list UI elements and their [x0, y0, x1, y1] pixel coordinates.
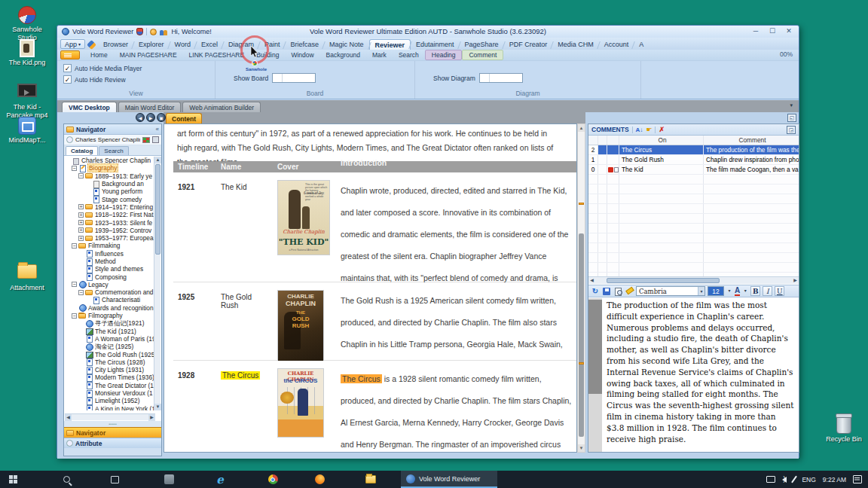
- underline-button[interactable]: U: [775, 286, 784, 296]
- font-size-select[interactable]: 12: [708, 286, 724, 296]
- tree-item[interactable]: The Circus (1928): [65, 358, 155, 366]
- scroll-left-icon[interactable]: ◀: [65, 414, 72, 421]
- comment-row[interactable]: 2The CircusThe production of the film wa…: [588, 145, 799, 155]
- tab-edutainment[interactable]: Edutainment: [411, 39, 460, 50]
- attribute-bar[interactable]: Attribute: [64, 438, 161, 448]
- tree-item[interactable]: +1939–1952: Controv: [65, 227, 155, 234]
- tree-item[interactable]: +1918–1922: First Nat: [65, 211, 155, 218]
- customize-icon[interactable]: [87, 40, 96, 50]
- tree-item[interactable]: Stage comedy: [65, 195, 155, 203]
- app-menu-button[interactable]: App ▾: [60, 39, 85, 49]
- tab-reviewer[interactable]: Reviewer: [369, 39, 411, 50]
- scroll-thumb[interactable]: [607, 278, 720, 283]
- tree-item[interactable]: The Gold Rush (1925: [65, 350, 155, 358]
- comment-empty-row[interactable]: [588, 204, 799, 214]
- tree-horizontal-scrollbar[interactable]: ◀ ▶: [65, 413, 155, 420]
- taskbar-app-gray[interactable]: [158, 471, 179, 488]
- comment-empty-row[interactable]: [588, 224, 799, 233]
- sort-icon[interactable]: A↓: [636, 127, 643, 133]
- titlebar[interactable]: Vole Word Reviewer Hi, Welcome! Vole Wor…: [57, 26, 799, 38]
- catalog-tab-catalog[interactable]: Catalog: [66, 146, 98, 155]
- comment-empty-row[interactable]: [588, 263, 799, 273]
- editor-scrollbar[interactable]: [588, 298, 602, 452]
- comment-empty-row[interactable]: [588, 214, 799, 224]
- comment-empty-row[interactable]: [588, 253, 799, 263]
- tree-item[interactable]: A Woman of Paris (19: [65, 335, 155, 343]
- volume-icon[interactable]: [782, 477, 787, 483]
- expand-node-icon[interactable]: +: [78, 220, 84, 225]
- tree-item[interactable]: −1889–1913: Early ye: [65, 172, 155, 180]
- expand-node-icon[interactable]: +: [78, 227, 84, 233]
- comment-empty-row[interactable]: [588, 185, 799, 194]
- minimize-button[interactable]: ─: [750, 27, 761, 35]
- subtab-background[interactable]: Background: [320, 50, 366, 59]
- tree-item[interactable]: Method: [65, 258, 155, 265]
- font-color-button[interactable]: A: [735, 287, 740, 296]
- recycle-bin[interactable]: Recycle Bin: [820, 416, 868, 444]
- tree-item[interactable]: 淘金记 (1925): [65, 343, 155, 350]
- back-button[interactable]: ◀: [136, 113, 145, 122]
- save-icon[interactable]: [602, 287, 611, 296]
- scroll-thumb[interactable]: [588, 300, 602, 394]
- tree-vertical-scrollbar[interactable]: ▲ ▼: [154, 157, 160, 410]
- active-task-button[interactable]: Vole Word Reviewer: [401, 471, 497, 488]
- tab-media-chm[interactable]: Media CHM: [552, 39, 599, 50]
- tree-item[interactable]: City Lights (1931): [65, 366, 155, 374]
- table-row[interactable]: 1921The KidThis is the great picture upo…: [173, 172, 576, 282]
- tree-item[interactable]: Composing: [65, 273, 155, 280]
- subtab-main-pageshare[interactable]: MAIN PAGESHARE: [114, 50, 183, 59]
- tree-item[interactable]: +1953–1977: Europea: [65, 234, 155, 242]
- comment-empty-row[interactable]: [588, 175, 799, 185]
- subtab-home[interactable]: Home: [84, 50, 114, 59]
- bold-button[interactable]: B: [750, 286, 760, 296]
- tree-item[interactable]: Influences: [65, 250, 155, 258]
- popout-icon[interactable]: ◱: [787, 114, 796, 122]
- desktop-icon-video[interactable]: The Kid - Pancake.mp4: [3, 81, 51, 120]
- preview-icon[interactable]: [613, 287, 622, 296]
- font-family-select[interactable]: Cambria▾: [636, 286, 705, 296]
- notification-center-icon[interactable]: [853, 475, 862, 483]
- start-button[interactable]: [3, 471, 24, 488]
- table-row[interactable]: 1928The CircusCHARLIE CHAPLINthe CIRCUST…: [173, 361, 576, 453]
- tree-item[interactable]: +1914–1917: Entering: [65, 203, 155, 211]
- taskbar-search-button[interactable]: [56, 471, 77, 488]
- doctab-vmc-desktop[interactable]: VMC Desktop: [62, 102, 117, 112]
- chevron-down-icon[interactable]: ▾: [742, 286, 748, 296]
- tree-item[interactable]: −Filmography: [65, 312, 155, 319]
- tree-item[interactable]: −Biography: [65, 164, 155, 172]
- pen-icon[interactable]: [791, 475, 797, 483]
- scroll-right-icon[interactable]: ▶: [792, 277, 799, 284]
- comment-empty-row[interactable]: [588, 233, 799, 243]
- desktop-icon-image[interactable]: The Kid.png: [3, 39, 51, 67]
- chevron-down-icon[interactable]: ▾: [726, 286, 732, 296]
- scroll-left-icon[interactable]: ◀: [588, 277, 595, 284]
- tree-item[interactable]: Young perform: [65, 188, 155, 195]
- checkbox-checked-icon[interactable]: ✓: [63, 64, 72, 72]
- comment-text[interactable]: The production of the film was the most …: [602, 298, 799, 452]
- collapse-node-icon[interactable]: −: [72, 282, 77, 287]
- tree-item[interactable]: The Great Dictator (1: [65, 382, 155, 389]
- checkbox-row[interactable]: ✓Auto Hide Media Player: [63, 64, 215, 72]
- tree-item[interactable]: Style and themes: [65, 265, 155, 273]
- refresh-icon[interactable]: [591, 287, 600, 296]
- navigator-bar[interactable]: Navigator: [64, 427, 161, 438]
- collapse-node-icon[interactable]: −: [78, 173, 84, 178]
- tab-pdf-creator[interactable]: PDF Creator: [504, 39, 553, 50]
- tree-item[interactable]: −Commemoration and: [65, 288, 155, 296]
- tree-item[interactable]: The Kid (1921): [65, 328, 155, 335]
- tab-a[interactable]: A: [634, 39, 649, 50]
- tab-pageshare[interactable]: PageShare: [460, 39, 504, 50]
- list-menu-button[interactable]: [60, 50, 80, 59]
- collapse-node-icon[interactable]: −: [72, 313, 77, 319]
- comment-empty-row[interactable]: [588, 194, 799, 204]
- tab-excel[interactable]: Excel: [196, 39, 223, 50]
- language-indicator[interactable]: ENG: [802, 476, 815, 483]
- subtab-comment[interactable]: Comment: [462, 50, 503, 60]
- hand-edit-icon[interactable]: ☛: [646, 126, 652, 133]
- chrome-icon[interactable]: [262, 471, 283, 488]
- firefox-icon[interactable]: [309, 471, 330, 488]
- delete-comment-icon[interactable]: ✗: [659, 126, 665, 133]
- collapse-node-icon[interactable]: −: [72, 243, 77, 249]
- archive-icon[interactable]: [152, 136, 159, 143]
- network-icon[interactable]: [766, 476, 775, 483]
